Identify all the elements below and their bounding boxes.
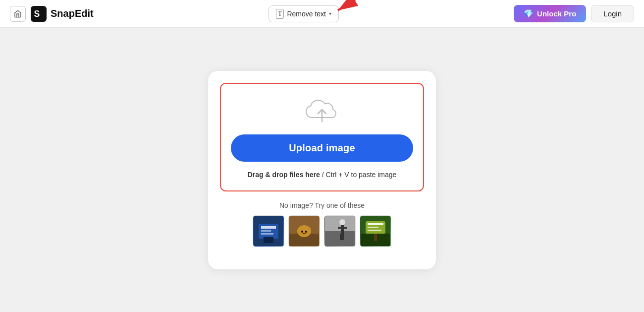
header-left: S SnapEdit bbox=[10, 6, 94, 22]
main-content: Upload image Drag & drop files here / Ct… bbox=[0, 28, 644, 312]
svg-rect-24 bbox=[340, 234, 342, 240]
upload-image-button[interactable]: Upload image bbox=[231, 134, 413, 162]
svg-rect-9 bbox=[264, 237, 273, 243]
svg-point-15 bbox=[301, 231, 303, 233]
home-button[interactable] bbox=[10, 6, 26, 22]
upload-card: Upload image Drag & drop files here / Ct… bbox=[208, 71, 436, 269]
svg-rect-31 bbox=[368, 230, 381, 231]
svg-point-20 bbox=[339, 219, 345, 225]
logo-icon: S bbox=[31, 6, 47, 22]
header: S SnapEdit T Remove text ▾ 💎 Unlock Pro … bbox=[0, 0, 644, 28]
drop-zone[interactable]: Upload image Drag & drop files here / Ct… bbox=[220, 83, 424, 191]
svg-point-13 bbox=[300, 227, 303, 231]
remove-text-label: Remove text bbox=[287, 10, 326, 18]
diamond-icon: 💎 bbox=[524, 9, 534, 18]
samples-label: No image? Try one of these bbox=[279, 201, 365, 209]
svg-point-16 bbox=[305, 231, 307, 233]
samples-section: No image? Try one of these bbox=[220, 201, 424, 247]
svg-rect-30 bbox=[368, 227, 378, 228]
login-button[interactable]: Login bbox=[591, 5, 634, 22]
svg-point-14 bbox=[306, 227, 309, 231]
cloud-upload-icon bbox=[304, 98, 340, 125]
svg-rect-8 bbox=[261, 233, 273, 235]
svg-rect-22 bbox=[338, 227, 341, 229]
login-label: Login bbox=[603, 9, 622, 18]
svg-rect-25 bbox=[342, 234, 344, 240]
unlock-pro-button[interactable]: 💎 Unlock Pro bbox=[514, 5, 586, 22]
sample-image-4[interactable] bbox=[360, 215, 391, 247]
sample-image-3[interactable] bbox=[324, 215, 356, 247]
svg-rect-7 bbox=[261, 230, 271, 232]
upload-image-label: Upload image bbox=[289, 142, 355, 153]
drag-drop-bold: Drag & drop files here bbox=[248, 171, 320, 179]
drag-drop-extra: / Ctrl + V to paste image bbox=[322, 171, 397, 179]
drag-drop-hint: Drag & drop files here / Ctrl + V to pas… bbox=[248, 171, 397, 179]
header-right: 💎 Unlock Pro Login bbox=[514, 5, 634, 22]
logo-text: SnapEdit bbox=[51, 8, 94, 19]
logo: S SnapEdit bbox=[31, 6, 94, 22]
svg-rect-6 bbox=[261, 226, 276, 229]
svg-rect-29 bbox=[368, 223, 383, 225]
sample-image-1[interactable] bbox=[253, 215, 284, 247]
samples-row bbox=[253, 215, 391, 247]
svg-text:S: S bbox=[34, 9, 40, 19]
text-icon: T bbox=[276, 9, 284, 19]
sample-image-2[interactable] bbox=[288, 215, 320, 247]
header-center: T Remove text ▾ bbox=[268, 5, 339, 22]
svg-rect-21 bbox=[341, 225, 344, 234]
unlock-pro-label: Unlock Pro bbox=[537, 9, 576, 18]
svg-rect-23 bbox=[344, 227, 347, 229]
svg-rect-32 bbox=[374, 234, 377, 241]
remove-text-button[interactable]: T Remove text ▾ bbox=[268, 5, 339, 22]
svg-point-12 bbox=[297, 225, 311, 237]
chevron-down-icon: ▾ bbox=[329, 11, 331, 16]
